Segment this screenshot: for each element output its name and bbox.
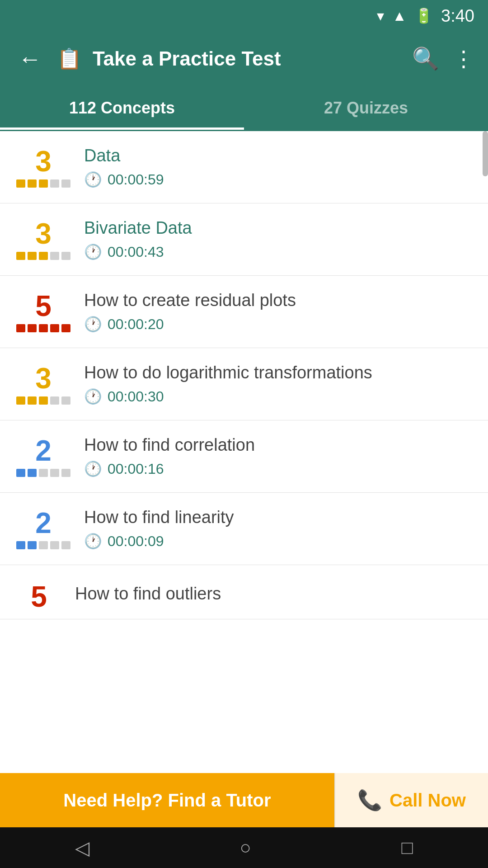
item-meta: 🕐 00:00:09 [84, 533, 472, 550]
list-item[interactable]: 5 How to create residual plots 🕐 00:00:2… [0, 276, 488, 348]
bar-4 [50, 324, 59, 332]
signal-icon: ▲ [392, 8, 407, 24]
find-tutor-button[interactable]: Need Help? Find a Tutor [0, 773, 334, 827]
score-bars [16, 396, 70, 405]
score-bars [16, 324, 70, 332]
item-meta: 🕐 00:00:30 [84, 388, 472, 405]
item-content: How to find linearity 🕐 00:00:09 [84, 508, 472, 550]
item-meta: 🕐 00:00:43 [84, 243, 472, 260]
item-content: How to do logarithmic transformations 🕐 … [84, 363, 472, 405]
recent-nav-button[interactable]: □ [401, 837, 413, 859]
back-button[interactable]: ← [14, 41, 46, 77]
score-number: 5 [31, 582, 47, 611]
score-number: 3 [35, 219, 52, 248]
search-button[interactable]: 🔍 [412, 46, 439, 71]
call-now-text: Call Now [389, 790, 466, 811]
bar-1 [16, 469, 25, 477]
score-badge: 3 [16, 147, 70, 188]
bottom-cta: Need Help? Find a Tutor 📞 Call Now [0, 773, 488, 827]
score-bars [16, 469, 70, 477]
clock-icon: 🕐 [84, 460, 102, 477]
more-options-button[interactable]: ⋮ [453, 46, 474, 71]
battery-icon: 🔋 [415, 7, 433, 24]
bar-5 [61, 179, 70, 188]
score-number: 2 [35, 436, 52, 465]
bar-1 [16, 324, 25, 332]
tab-concepts[interactable]: 112 Concepts [0, 86, 244, 130]
wifi-icon: ▾ [377, 7, 384, 24]
item-time: 00:00:20 [108, 316, 164, 333]
score-badge: 5 [16, 582, 61, 611]
item-time: 00:00:59 [108, 171, 164, 188]
item-content: How to create residual plots 🕐 00:00:20 [84, 291, 472, 333]
item-content: How to find outliers [75, 584, 472, 609]
score-badge: 5 [16, 292, 70, 332]
back-nav-button[interactable]: ◁ [75, 837, 89, 859]
item-time: 00:00:16 [108, 461, 164, 477]
list-item[interactable]: 2 How to find linearity 🕐 00:00:09 [0, 493, 488, 565]
find-tutor-text: Need Help? Find a Tutor [63, 790, 271, 811]
bar-2 [28, 541, 37, 549]
bar-3 [39, 396, 48, 405]
item-time: 00:00:43 [108, 244, 164, 260]
list-item[interactable]: 2 How to find correlation 🕐 00:00:16 [0, 420, 488, 493]
bar-3 [39, 541, 48, 549]
tab-quizzes[interactable]: 27 Quizzes [244, 86, 488, 130]
list-item[interactable]: 3 Data 🕐 00:00:59 [0, 131, 488, 203]
bar-2 [28, 179, 37, 188]
call-now-button[interactable]: 📞 Call Now [334, 773, 488, 827]
app-bar-actions: 🔍 ⋮ [412, 46, 474, 71]
score-number: 3 [35, 147, 52, 176]
bar-4 [50, 541, 59, 549]
bar-3 [39, 252, 48, 260]
score-number: 5 [35, 292, 52, 321]
item-title: How to find correlation [84, 435, 472, 455]
item-title: How to find outliers [75, 584, 472, 604]
clock-icon: 🕐 [84, 171, 102, 188]
bar-1 [16, 396, 25, 405]
bar-1 [16, 541, 25, 549]
item-meta: 🕐 00:00:16 [84, 460, 472, 477]
item-content: How to find correlation 🕐 00:00:16 [84, 435, 472, 477]
bar-5 [61, 396, 70, 405]
score-bars [16, 252, 70, 260]
score-badge: 3 [16, 364, 70, 405]
list-item[interactable]: 3 How to do logarithmic transformations … [0, 348, 488, 420]
bottom-nav: ◁ ○ □ [0, 827, 488, 868]
list-item[interactable]: 3 Bivariate Data 🕐 00:00:43 [0, 203, 488, 276]
bar-2 [28, 469, 37, 477]
bar-4 [50, 252, 59, 260]
list-item[interactable]: 5 How to find outliers [0, 565, 488, 619]
bar-4 [50, 396, 59, 405]
bar-3 [39, 324, 48, 332]
item-title: Data [84, 146, 472, 165]
bar-3 [39, 179, 48, 188]
clock-icon: 🕐 [84, 388, 102, 405]
bar-5 [61, 252, 70, 260]
clock-icon: 🕐 [84, 243, 102, 260]
clock-icon: 🕐 [84, 316, 102, 333]
status-time: 3:40 [441, 6, 474, 26]
bar-4 [50, 469, 59, 477]
bar-3 [39, 469, 48, 477]
item-title: Bivariate Data [84, 218, 472, 238]
score-bars [16, 541, 70, 549]
bar-5 [61, 469, 70, 477]
score-badge: 2 [16, 436, 70, 477]
bar-5 [61, 324, 70, 332]
status-icons: ▾ ▲ 🔋 3:40 [377, 6, 474, 26]
item-time: 00:00:09 [108, 533, 164, 550]
content-list: 3 Data 🕐 00:00:59 3 [0, 131, 488, 773]
phone-icon: 📞 [357, 788, 382, 812]
tab-bar: 112 Concepts 27 Quizzes [0, 86, 488, 131]
item-meta: 🕐 00:00:20 [84, 316, 472, 333]
home-nav-button[interactable]: ○ [240, 837, 251, 859]
item-content: Data 🕐 00:00:59 [84, 146, 472, 188]
bar-4 [50, 179, 59, 188]
bar-5 [61, 541, 70, 549]
document-icon: 📋 [57, 47, 82, 71]
item-title: How to do logarithmic transformations [84, 363, 472, 382]
item-title: How to create residual plots [84, 291, 472, 310]
clock-icon: 🕐 [84, 533, 102, 550]
bar-2 [28, 252, 37, 260]
